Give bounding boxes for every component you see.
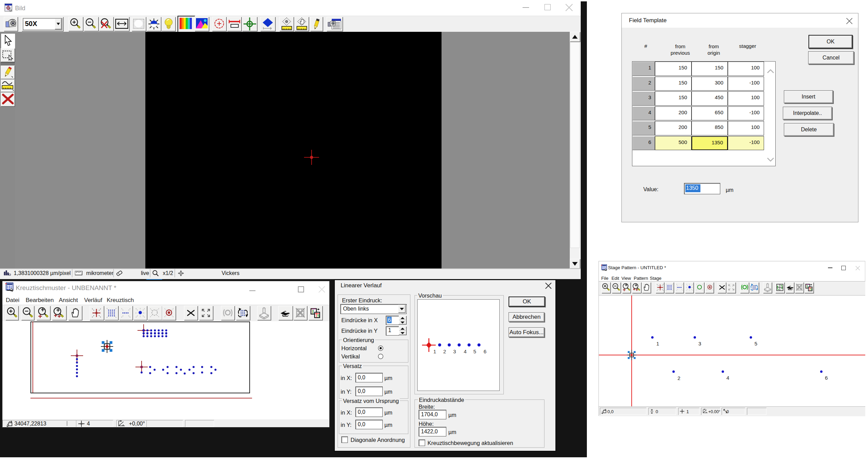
svg-text:I: I — [806, 285, 808, 288]
svg-text:S: S — [317, 313, 319, 318]
svg-text:S: S — [810, 288, 812, 291]
svg-text:I: I — [312, 309, 314, 314]
